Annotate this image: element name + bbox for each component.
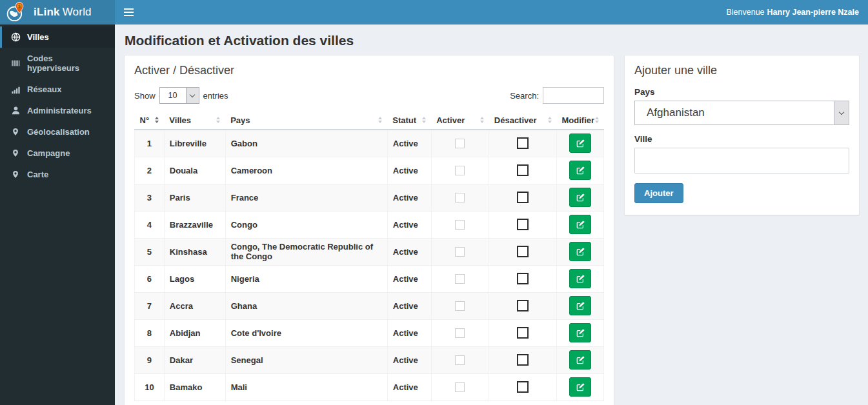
activate-cell: [431, 265, 489, 292]
deactivate-checkbox[interactable]: [517, 192, 529, 203]
page-length-control: Show 10 entries: [134, 87, 228, 104]
activate-checkbox[interactable]: [455, 166, 465, 175]
column-header-activer[interactable]: Activer: [431, 112, 489, 130]
row-number-cell: 9: [135, 346, 165, 373]
table-row: 4BrazzavilleCongoActive: [135, 211, 604, 238]
edit-icon: [576, 221, 585, 229]
sort-icon: [480, 117, 484, 123]
sort-icon: [422, 117, 426, 123]
activate-checkbox[interactable]: [455, 220, 465, 230]
entries-label: entries: [203, 91, 228, 101]
edit-button[interactable]: [569, 296, 591, 315]
edit-button[interactable]: [569, 161, 591, 180]
column-header-label: Statut: [392, 115, 416, 125]
signal-icon: [10, 85, 21, 94]
deactivate-cell: [489, 211, 557, 238]
column-header-dsactiver[interactable]: Désactiver: [489, 112, 557, 130]
country-cell: Congo, The Democratic Republic of the Co…: [225, 238, 387, 265]
column-header-pays[interactable]: Pays: [225, 112, 387, 130]
svg-text:$: $: [18, 4, 21, 9]
sidebar-item-campagne[interactable]: Campagne: [0, 143, 115, 164]
page-title: Modification et Activation des villes: [125, 33, 860, 48]
status-cell: Active: [387, 184, 431, 211]
add-city-button[interactable]: Ajouter: [634, 183, 683, 203]
main-content: Modification et Activation des villes Ac…: [115, 25, 868, 405]
modify-cell: [557, 130, 604, 157]
activate-checkbox[interactable]: [455, 355, 465, 365]
deactivate-checkbox[interactable]: [517, 381, 529, 393]
column-header-statut[interactable]: Statut: [387, 112, 431, 130]
edit-button[interactable]: [569, 215, 591, 234]
app-logo-icon: $: [5, 1, 26, 23]
sidebar-item-label: Villes: [27, 32, 49, 42]
app-root: { "brand": {"bold": "iLink", "regular": …: [0, 0, 868, 405]
edit-button[interactable]: [569, 242, 591, 261]
edit-button[interactable]: [569, 323, 591, 342]
country-select[interactable]: Afghanistan: [634, 101, 849, 125]
sidebar-item-g-olocalisation[interactable]: Géolocalisation: [0, 121, 115, 143]
deactivate-checkbox[interactable]: [517, 219, 529, 230]
activate-cell: [431, 157, 489, 184]
activate-checkbox[interactable]: [455, 328, 465, 338]
edit-button[interactable]: [569, 133, 591, 153]
deactivate-cell: [489, 319, 557, 346]
deactivate-cell: [489, 292, 557, 319]
deactivate-checkbox[interactable]: [517, 327, 529, 339]
row-number-cell: 8: [135, 319, 165, 346]
modify-cell: [557, 265, 604, 292]
activate-cell: [431, 130, 489, 157]
sidebar-item-label: Codes hyperviseurs: [27, 54, 105, 73]
country-cell: Mali: [225, 373, 387, 400]
column-header-n[interactable]: N°: [135, 112, 165, 130]
activate-cell: [431, 373, 489, 400]
column-header-modifier[interactable]: Modifier: [557, 112, 604, 130]
status-cell: Active: [387, 319, 431, 346]
activate-checkbox[interactable]: [455, 301, 465, 311]
sidebar-item-villes[interactable]: Villes: [0, 26, 115, 48]
sidebar-item-carte[interactable]: Carte: [0, 164, 115, 185]
deactivate-checkbox[interactable]: [517, 164, 529, 176]
topbar: $ iLinkWorld BienvenueHanry Jean-pierre …: [0, 0, 868, 25]
deactivate-checkbox[interactable]: [517, 137, 529, 149]
chevron-down-icon: [186, 88, 199, 103]
activation-panel: Activer / Désactiver Show 10 entries Sea…: [124, 55, 614, 405]
deactivate-checkbox[interactable]: [517, 246, 529, 257]
edit-icon: [576, 193, 585, 202]
edit-button[interactable]: [569, 269, 591, 288]
country-cell: Senegal: [225, 346, 387, 373]
activate-checkbox[interactable]: [455, 247, 465, 257]
modify-cell: [557, 292, 604, 319]
sidebar-item-administrateurs[interactable]: Administrateurs: [0, 100, 115, 121]
search-input[interactable]: [543, 87, 604, 104]
edit-button[interactable]: [569, 350, 591, 370]
column-header-label: Activer: [436, 115, 465, 125]
city-cell: Dakar: [164, 346, 225, 373]
activate-checkbox[interactable]: [455, 193, 465, 202]
activate-cell: [431, 292, 489, 319]
activate-checkbox[interactable]: [455, 382, 465, 392]
deactivate-checkbox[interactable]: [517, 354, 529, 366]
sidebar-item-codes-hyperviseurs[interactable]: Codes hyperviseurs: [0, 48, 115, 79]
edit-button[interactable]: [569, 188, 591, 207]
deactivate-checkbox[interactable]: [517, 300, 529, 311]
activation-panel-title: Activer / Désactiver: [134, 64, 604, 77]
edit-button[interactable]: [569, 377, 591, 397]
deactivate-cell: [489, 130, 557, 157]
brand-logo-area[interactable]: $ iLinkWorld: [0, 0, 115, 25]
modify-cell: [557, 238, 604, 265]
search-label: Search:: [510, 91, 539, 101]
column-header-villes[interactable]: Villes: [164, 112, 225, 130]
modify-cell: [557, 157, 604, 184]
sidebar-toggle-button[interactable]: [115, 0, 142, 25]
sidebar-item-r-seaux[interactable]: Réseaux: [0, 79, 115, 100]
city-input[interactable]: [634, 148, 849, 173]
deactivate-checkbox[interactable]: [517, 273, 529, 284]
activate-checkbox[interactable]: [455, 274, 465, 284]
table-row: 10BamakoMaliActive: [135, 373, 604, 400]
page-length-select[interactable]: 10: [159, 87, 199, 104]
row-number-cell: 4: [135, 211, 165, 238]
activate-checkbox[interactable]: [455, 139, 465, 148]
city-cell: Lagos: [164, 265, 225, 292]
country-selected-value: Afghanistan: [635, 106, 834, 119]
add-city-title: Ajouter une ville: [634, 64, 849, 77]
